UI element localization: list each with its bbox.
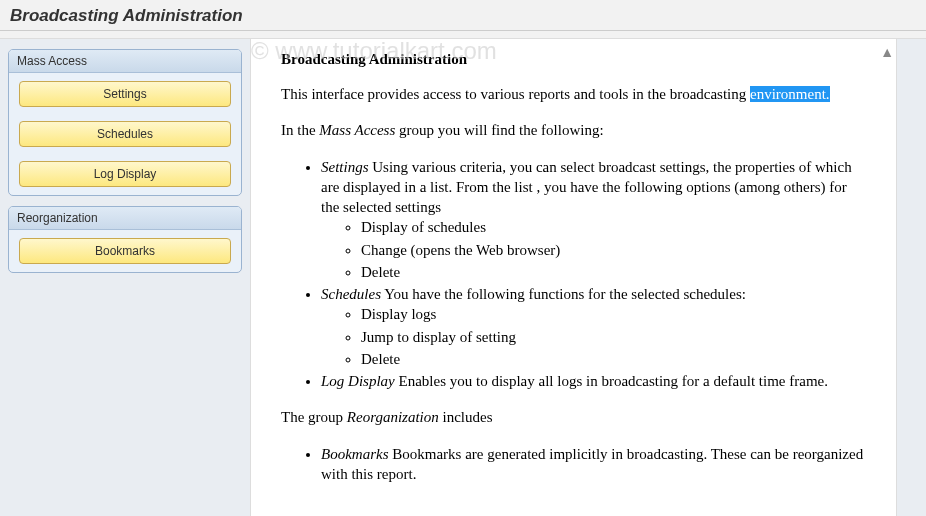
app-title: Broadcasting Administration: [10, 6, 243, 25]
group-mass-access: Mass Access Settings Schedules Log Displ…: [8, 49, 242, 196]
settings-button[interactable]: Settings: [19, 81, 231, 107]
mass-access-list: Settings Using various criteria, you can…: [321, 157, 866, 392]
toolbar-area: [0, 31, 926, 39]
list-item-bookmarks: Bookmarks Bookmarks are generated implic…: [321, 444, 866, 485]
scroll-up-icon: ▲: [880, 45, 894, 61]
intro-paragraph: This interface provides access to variou…: [281, 84, 866, 104]
list-item: Display of schedules: [361, 217, 866, 237]
list-item-settings: Settings Using various criteria, you can…: [321, 157, 866, 283]
list-item: Delete: [361, 262, 866, 282]
right-margin: [896, 39, 926, 516]
list-item-schedules: Schedules You have the following functio…: [321, 284, 866, 369]
group-reorganization: Reorganization Bookmarks: [8, 206, 242, 273]
reorg-list: Bookmarks Bookmarks are generated implic…: [321, 444, 866, 485]
app-header: Broadcasting Administration: [0, 0, 926, 31]
schedules-button[interactable]: Schedules: [19, 121, 231, 147]
group-body-reorganization: Bookmarks: [9, 230, 241, 272]
intro-highlight: environment.: [750, 86, 830, 102]
settings-sublist: Display of schedules Change (opens the W…: [361, 217, 866, 282]
content-heading: Broadcasting Administration: [281, 51, 866, 68]
mass-access-intro: In the Mass Access group you will find t…: [281, 120, 866, 140]
group-title-mass-access: Mass Access: [9, 50, 241, 73]
list-item: Delete: [361, 349, 866, 369]
list-item: Jump to display of setting: [361, 327, 866, 347]
reorg-intro: The group Reorganization includes: [281, 407, 866, 427]
list-item: Change (opens the Web browser): [361, 240, 866, 260]
bookmarks-button[interactable]: Bookmarks: [19, 238, 231, 264]
sidebar: Mass Access Settings Schedules Log Displ…: [0, 39, 250, 516]
content-area[interactable]: © www.tutorialkart.com ▲ Broadcasting Ad…: [250, 39, 896, 516]
group-body-mass-access: Settings Schedules Log Display: [9, 73, 241, 195]
list-item-log-display: Log Display Enables you to display all l…: [321, 371, 866, 391]
list-item: Display logs: [361, 304, 866, 324]
log-display-button[interactable]: Log Display: [19, 161, 231, 187]
intro-text-pre: This interface provides access to variou…: [281, 86, 750, 102]
main-area: Mass Access Settings Schedules Log Displ…: [0, 39, 926, 516]
schedules-sublist: Display logs Jump to display of setting …: [361, 304, 866, 369]
group-title-reorganization: Reorganization: [9, 207, 241, 230]
